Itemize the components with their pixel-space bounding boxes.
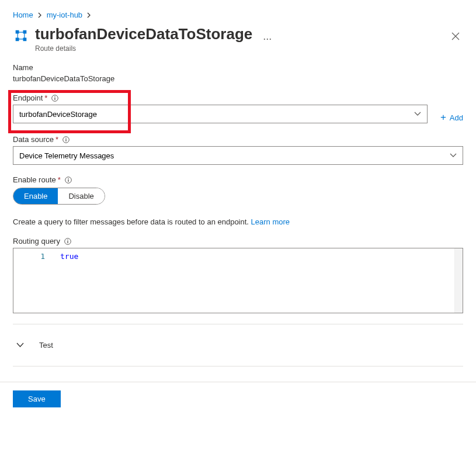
close-icon[interactable]	[448, 29, 463, 44]
svg-rect-5	[65, 139, 66, 141]
chevron-down-icon	[13, 343, 31, 348]
svg-point-1	[55, 96, 56, 97]
minimap	[454, 248, 463, 313]
test-label: Test	[39, 341, 53, 350]
add-endpoint-button[interactable]: + Add	[433, 112, 463, 123]
svg-rect-11	[67, 241, 68, 243]
chevron-down-icon	[444, 153, 463, 158]
enable-route-label: Enable route	[13, 175, 56, 184]
name-label: Name	[13, 63, 463, 72]
enable-button[interactable]: Enable	[13, 188, 58, 204]
footer: Save	[0, 382, 476, 416]
svg-rect-2	[55, 98, 55, 100]
add-label: Add	[450, 113, 463, 122]
data-source-input[interactable]	[13, 151, 444, 160]
svg-point-4	[65, 137, 67, 139]
divider	[13, 324, 463, 324]
chevron-down-icon	[408, 112, 427, 116]
routing-query-label: Routing query	[13, 237, 60, 245]
code-content[interactable]: true	[55, 248, 454, 313]
page-subtitle: Route details	[35, 44, 252, 53]
breadcrumb-hub[interactable]: my-iot-hub	[47, 11, 82, 19]
helper-text: Create a query to filter messages before…	[13, 217, 463, 226]
svg-point-7	[68, 178, 69, 179]
required-indicator: *	[55, 135, 58, 144]
chevron-right-icon	[38, 12, 42, 18]
page-header: turbofanDeviceDataToStorage Route detail…	[0, 25, 476, 63]
learn-more-link[interactable]: Learn more	[251, 217, 290, 226]
breadcrumb: Home my-iot-hub	[0, 0, 476, 25]
data-source-label: Data source	[13, 135, 54, 144]
name-value: turbofanDeviceDataToStorage	[13, 74, 463, 83]
routing-query-field: Routing query 1 true	[13, 237, 463, 313]
plus-icon: +	[440, 112, 446, 123]
endpoint-field: Endpoint * + Add	[13, 94, 463, 123]
more-actions-icon[interactable]: ···	[263, 33, 272, 45]
divider	[13, 366, 463, 366]
enable-route-field: Enable route * Enable Disable	[13, 175, 463, 205]
svg-point-10	[67, 239, 68, 240]
breadcrumb-home[interactable]: Home	[13, 11, 33, 19]
info-icon[interactable]	[65, 177, 72, 184]
data-source-field: Data source *	[13, 135, 463, 165]
test-section-toggle[interactable]: Test	[13, 333, 463, 358]
endpoint-select[interactable]	[13, 105, 428, 123]
info-icon[interactable]	[62, 136, 70, 143]
chevron-right-icon	[87, 12, 91, 18]
required-indicator: *	[44, 94, 47, 102]
endpoint-input[interactable]	[13, 110, 408, 119]
page-title: turbofanDeviceDataToStorage	[35, 25, 252, 43]
save-button[interactable]: Save	[13, 390, 61, 407]
svg-rect-8	[68, 179, 68, 182]
info-icon[interactable]	[64, 238, 71, 245]
disable-button[interactable]: Disable	[58, 188, 104, 204]
info-icon[interactable]	[51, 95, 58, 102]
iot-hub-icon	[13, 27, 29, 44]
endpoint-label: Endpoint	[13, 94, 43, 102]
name-field: Name turbofanDeviceDataToStorage	[13, 63, 463, 83]
required-indicator: *	[58, 175, 61, 184]
line-number: 1	[13, 248, 55, 313]
helper-prefix: Create a query to filter messages before…	[13, 217, 251, 226]
routing-query-editor[interactable]: 1 true	[13, 248, 463, 313]
enable-route-toggle: Enable Disable	[13, 188, 105, 205]
data-source-select[interactable]	[13, 146, 463, 165]
